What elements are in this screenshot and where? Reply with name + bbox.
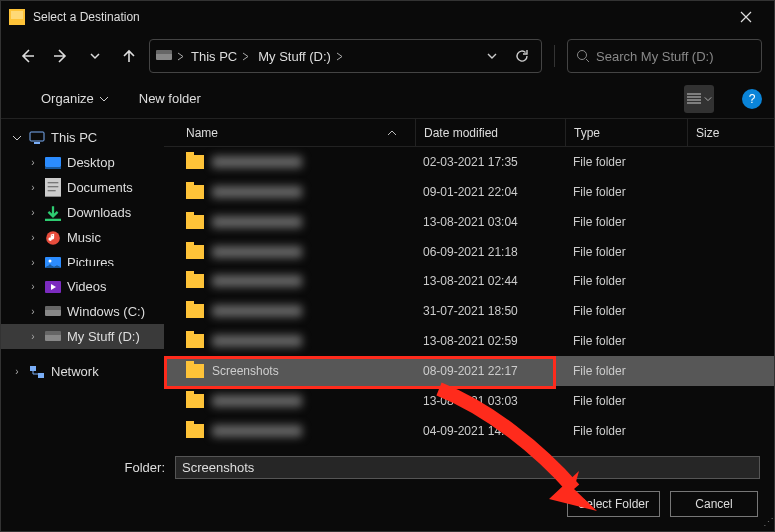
table-row[interactable]: Screenshots08-09-2021 22:17File folder — [164, 356, 774, 386]
folder-icon — [186, 304, 204, 318]
cell-date: 02-03-2021 17:35 — [415, 155, 565, 169]
col-name[interactable]: Name — [164, 119, 415, 146]
table-row[interactable]: 13-08-2021 02:59File folder — [164, 326, 774, 356]
drive-icon — [156, 49, 172, 63]
cell-date: 13-08-2021 03:03 — [415, 394, 565, 408]
search-icon — [576, 49, 590, 63]
address-dropdown[interactable] — [479, 43, 505, 69]
svg-rect-11 — [45, 218, 61, 220]
window-title: Select a Destination — [33, 10, 726, 24]
forward-button[interactable] — [47, 42, 75, 70]
organize-button[interactable]: Organize — [35, 87, 115, 110]
cell-type: File folder — [565, 245, 687, 259]
sidebar-item-desktop[interactable]: ›Desktop — [1, 150, 164, 175]
cell-date: 09-01-2021 22:04 — [415, 185, 565, 199]
help-button[interactable]: ? — [742, 89, 762, 109]
drive-icon — [45, 305, 61, 319]
cell-type: File folder — [565, 424, 687, 438]
search-input[interactable]: Search My Stuff (D:) — [567, 39, 762, 73]
cell-date: 13-08-2021 02:44 — [415, 274, 565, 288]
svg-rect-1 — [156, 50, 172, 54]
cell-type: File folder — [565, 304, 687, 318]
cell-type: File folder — [565, 334, 687, 348]
cell-type: File folder — [565, 215, 687, 229]
chevron-right-icon: › — [11, 366, 23, 377]
folder-icon — [186, 155, 204, 169]
content: This PC ›Desktop ›Documents ›Downloads ›… — [1, 119, 774, 446]
chevron-right-icon: › — [27, 207, 39, 218]
blurred-name — [212, 395, 302, 407]
close-icon — [740, 11, 752, 23]
refresh-button[interactable] — [509, 43, 535, 69]
table-row[interactable]: 06-09-2021 21:18File folder — [164, 237, 774, 266]
folder-icon — [9, 9, 25, 25]
cancel-button[interactable]: Cancel — [670, 491, 758, 517]
resize-grip[interactable]: ⋰ — [763, 516, 772, 529]
select-folder-button[interactable]: Select Folder — [567, 491, 660, 517]
folder-icon — [186, 245, 204, 259]
sidebar-item-documents[interactable]: ›Documents — [1, 175, 164, 200]
blurred-name — [212, 275, 302, 287]
sidebar-item-videos[interactable]: ›Videos — [1, 274, 164, 299]
videos-icon — [45, 280, 61, 294]
table-row[interactable]: 09-01-2021 22:04File folder — [164, 177, 774, 207]
chevron-down-icon — [11, 133, 23, 143]
table-row[interactable]: 13-08-2021 03:04File folder — [164, 207, 774, 237]
svg-rect-6 — [45, 167, 61, 169]
folder-icon — [186, 274, 204, 288]
table-row[interactable]: 13-08-2021 03:03File folder — [164, 386, 774, 416]
toolbar: Organize New folder ? — [1, 79, 774, 119]
sidebar-item-music[interactable]: ›Music — [1, 225, 164, 250]
chevron-right-icon: › — [27, 232, 39, 243]
table-row[interactable]: 13-08-2021 02:44File folder — [164, 266, 774, 296]
sidebar: This PC ›Desktop ›Documents ›Downloads ›… — [1, 119, 164, 446]
cell-type: File folder — [565, 155, 687, 169]
file-list: Name Date modified Type Size 02-03-2021 … — [164, 119, 774, 446]
cell-type: File folder — [565, 394, 687, 408]
table-row[interactable]: 02-03-2021 17:35File folder — [164, 147, 774, 177]
svg-rect-0 — [156, 53, 172, 60]
col-size[interactable]: Size — [687, 119, 774, 146]
sidebar-item-mystuff-d[interactable]: ›My Stuff (D:) — [1, 324, 164, 349]
recent-dropdown[interactable] — [81, 42, 109, 70]
sidebar-item-downloads[interactable]: ›Downloads — [1, 200, 164, 225]
folder-icon — [186, 424, 204, 438]
svg-rect-17 — [45, 306, 61, 310]
cell-date: 13-08-2021 02:59 — [415, 334, 565, 348]
blurred-name — [212, 425, 302, 437]
svg-point-14 — [49, 259, 52, 262]
sidebar-network[interactable]: ›Network — [1, 359, 164, 384]
sidebar-item-pictures[interactable]: ›Pictures — [1, 250, 164, 274]
blurred-name — [212, 216, 302, 228]
cell-type: File folder — [565, 364, 687, 378]
col-type[interactable]: Type — [565, 119, 687, 146]
table-row[interactable]: 31-07-2021 18:50File folder — [164, 296, 774, 326]
svg-rect-4 — [34, 142, 40, 144]
breadcrumb-drive[interactable]: My Stuff (D:) — [256, 45, 346, 68]
sidebar-this-pc[interactable]: This PC — [1, 125, 164, 150]
cell-date: 31-07-2021 18:50 — [415, 304, 565, 318]
dialog-window: Select a Destination This PC My Stuff (D… — [0, 0, 775, 532]
breadcrumb-root[interactable]: This PC — [189, 45, 252, 68]
cell-type: File folder — [565, 274, 687, 288]
svg-rect-10 — [48, 190, 56, 191]
folder-input[interactable] — [175, 456, 760, 479]
new-folder-button[interactable]: New folder — [133, 87, 207, 110]
table-row[interactable]: 04-09-2021 14:10File folder — [164, 416, 774, 446]
back-button[interactable] — [13, 42, 41, 70]
view-button[interactable] — [684, 85, 714, 113]
blurred-name — [212, 305, 302, 317]
blurred-name — [212, 156, 302, 168]
up-button[interactable] — [115, 42, 143, 70]
chevron-right-icon: › — [27, 331, 39, 342]
close-button[interactable] — [726, 3, 766, 31]
button-row: Select Folder Cancel — [15, 491, 760, 517]
cell-date: 08-09-2021 22:17 — [415, 364, 565, 378]
search-placeholder: Search My Stuff (D:) — [596, 49, 714, 64]
folder-name: Screenshots — [212, 364, 279, 378]
sidebar-item-windows-c[interactable]: ›Windows (C:) — [1, 299, 164, 324]
svg-rect-16 — [45, 309, 61, 316]
svg-point-2 — [578, 51, 587, 60]
address-bar[interactable]: This PC My Stuff (D:) — [149, 39, 542, 73]
col-date[interactable]: Date modified — [415, 119, 565, 146]
